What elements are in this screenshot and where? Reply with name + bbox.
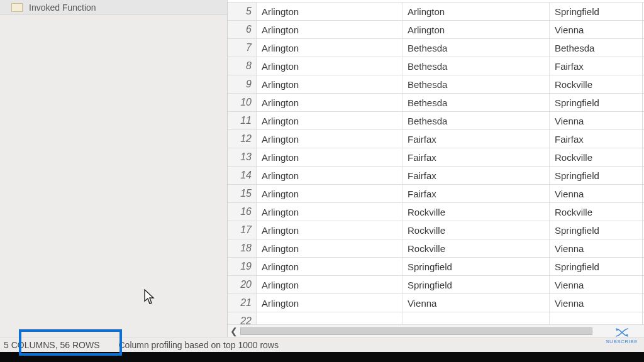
- table-row[interactable]: ArlingtonRockvilleSpringfield: [257, 221, 644, 239]
- row-number[interactable]: 5: [228, 3, 257, 21]
- cell[interactable]: Fairfax: [550, 130, 643, 148]
- row-number[interactable]: 13: [228, 148, 257, 167]
- table-row[interactable]: ArlingtonSpringfieldVienna: [257, 276, 644, 294]
- cell[interactable]: Arlington: [257, 294, 402, 312]
- row-number[interactable]: 21: [228, 294, 257, 312]
- table-row[interactable]: ArlingtonRockvilleVienna: [257, 239, 644, 258]
- cell[interactable]: Fairfax: [402, 185, 550, 202]
- row-number[interactable]: 16: [228, 203, 257, 221]
- cell[interactable]: Arlington: [257, 94, 402, 111]
- table-row[interactable]: ArlingtonFairfaxRockville: [257, 148, 644, 167]
- cell[interactable]: Vienna: [550, 239, 643, 257]
- row-number[interactable]: 14: [228, 167, 257, 185]
- row-number[interactable]: 19: [228, 258, 257, 276]
- row-number[interactable]: 10: [228, 94, 257, 112]
- horizontal-scrollbar[interactable]: ❮ ❯: [228, 324, 644, 337]
- cell[interactable]: Springfield: [402, 276, 550, 293]
- row-number[interactable]: 20: [228, 276, 257, 294]
- cell[interactable]: Bethesda: [402, 39, 550, 57]
- cell[interactable]: Springfield: [550, 167, 643, 184]
- cell[interactable]: Bethesda: [550, 39, 643, 57]
- cell[interactable]: Rockville: [550, 148, 643, 166]
- cell[interactable]: Springfield: [550, 94, 643, 111]
- cell[interactable]: Vienna: [550, 112, 643, 129]
- cell[interactable]: Arlington: [257, 148, 402, 166]
- scroll-thumb[interactable]: [240, 327, 592, 335]
- table-row[interactable]: ArlingtonFairfaxSpringfield: [257, 167, 644, 185]
- table-row[interactable]: ArlingtonBethesdaFairfax: [257, 57, 644, 75]
- row-number[interactable]: 15: [228, 185, 257, 203]
- cell[interactable]: Vienna: [550, 276, 643, 293]
- data-columns: ArlingtonArlingtonSpringfieldArlingtonAr…: [257, 3, 644, 324]
- table-row[interactable]: ArlingtonRockvilleRockville: [257, 203, 644, 221]
- queries-pane: Invoked Function: [0, 0, 228, 362]
- row-number-gutter: 5678910111213141516171819202122: [228, 3, 257, 324]
- table-row[interactable]: ArlingtonViennaVienna: [257, 294, 644, 312]
- cell[interactable]: Arlington: [257, 239, 402, 257]
- cell[interactable]: Rockville: [402, 239, 550, 257]
- scroll-track[interactable]: [240, 327, 631, 335]
- row-number[interactable]: 18: [228, 239, 257, 258]
- cell[interactable]: Arlington: [402, 21, 550, 38]
- cell[interactable]: Fairfax: [550, 57, 643, 75]
- table-row[interactable]: ArlingtonArlingtonVienna: [257, 21, 644, 39]
- cell[interactable]: Fairfax: [402, 130, 550, 148]
- cell[interactable]: Arlington: [257, 130, 402, 148]
- row-number[interactable]: 6: [228, 21, 257, 39]
- subscribe-watermark: SUBSCRIBE: [606, 327, 638, 344]
- query-item-label: Invoked Function: [29, 3, 96, 13]
- cell[interactable]: Arlington: [257, 21, 402, 38]
- chevron-left-icon: ❮: [230, 326, 238, 336]
- cell[interactable]: Rockville: [550, 75, 643, 93]
- cell[interactable]: Arlington: [257, 221, 402, 239]
- table-row[interactable]: ArlingtonSpringfieldSpringfield: [257, 258, 644, 276]
- cell[interactable]: Bethesda: [402, 94, 550, 111]
- cell[interactable]: Springfield: [550, 221, 643, 239]
- cell[interactable]: Arlington: [257, 203, 402, 221]
- status-columns-rows: 5 COLUMNS, 56 ROWS: [0, 340, 106, 350]
- cell[interactable]: Arlington: [257, 276, 402, 293]
- cell[interactable]: Springfield: [550, 3, 643, 20]
- cell[interactable]: Rockville: [550, 203, 643, 221]
- table-row[interactable]: ArlingtonBethesdaVienna: [257, 112, 644, 130]
- cell[interactable]: Rockville: [402, 203, 550, 221]
- cell[interactable]: Arlington: [257, 167, 402, 184]
- row-number[interactable]: 9: [228, 75, 257, 94]
- cell[interactable]: Arlington: [402, 3, 550, 20]
- table-row[interactable]: ArlingtonBethesdaBethesda: [257, 39, 644, 57]
- cell[interactable]: Arlington: [257, 57, 402, 75]
- cell[interactable]: Arlington: [257, 39, 402, 57]
- table-row[interactable]: ArlingtonFairfaxVienna: [257, 185, 644, 203]
- cell[interactable]: Fairfax: [402, 167, 550, 184]
- table-row[interactable]: ArlingtonArlingtonSpringfield: [257, 3, 644, 21]
- table-row[interactable]: ArlingtonFairfaxFairfax: [257, 130, 644, 148]
- query-item-invoked-function[interactable]: Invoked Function: [0, 0, 227, 15]
- svg-point-0: [616, 329, 617, 331]
- scroll-left-button[interactable]: ❮: [228, 325, 240, 337]
- cell[interactable]: Springfield: [550, 258, 643, 275]
- cell[interactable]: Vienna: [550, 21, 643, 38]
- row-number[interactable]: 7: [228, 39, 257, 57]
- table-row[interactable]: ArlingtonBethesdaSpringfield: [257, 94, 644, 112]
- cell[interactable]: Rockville: [402, 221, 550, 239]
- table-row[interactable]: ArlingtonBethesdaRockville: [257, 75, 644, 94]
- cell[interactable]: Arlington: [257, 3, 402, 20]
- cell[interactable]: Vienna: [402, 294, 550, 312]
- cell[interactable]: Bethesda: [402, 57, 550, 75]
- row-number[interactable]: 8: [228, 57, 257, 75]
- cell[interactable]: Vienna: [550, 294, 643, 312]
- row-number[interactable]: 12: [228, 130, 257, 148]
- cell[interactable]: Arlington: [257, 258, 402, 275]
- cell[interactable]: Fairfax: [402, 148, 550, 166]
- function-icon: [11, 3, 23, 12]
- cell[interactable]: Springfield: [402, 258, 550, 275]
- row-number[interactable]: 17: [228, 221, 257, 239]
- cell[interactable]: Arlington: [257, 112, 402, 129]
- cell[interactable]: Bethesda: [402, 112, 550, 129]
- data-grid[interactable]: 5678910111213141516171819202122 Arlingto…: [228, 3, 644, 337]
- cell[interactable]: Arlington: [257, 75, 402, 93]
- cell[interactable]: Arlington: [257, 185, 402, 202]
- row-number[interactable]: 11: [228, 112, 257, 130]
- cell[interactable]: Bethesda: [402, 75, 550, 93]
- cell[interactable]: Vienna: [550, 185, 643, 202]
